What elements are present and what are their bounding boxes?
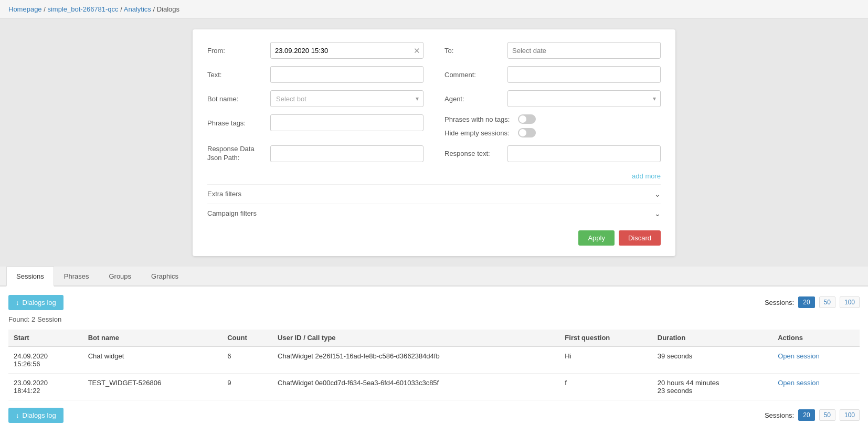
- col-user-id: User ID / Call type: [272, 330, 559, 346]
- cell-count: 9: [222, 373, 272, 400]
- filter-panel: From: ✕ To: Text: Comment: Bot name: Se: [193, 29, 675, 256]
- agent-label: Agent:: [444, 95, 507, 103]
- count-20-button[interactable]: 20: [798, 296, 814, 308]
- breadcrumb-analytics[interactable]: Analytics: [124, 5, 151, 13]
- tab-groups[interactable]: Groups: [99, 267, 141, 287]
- open-session-link[interactable]: Open session: [778, 379, 820, 387]
- cell-actions: Open session: [772, 346, 860, 374]
- to-label: To:: [444, 47, 507, 55]
- hide-empty-toggle[interactable]: [518, 128, 536, 137]
- cell-bot-name: Chat widget: [83, 346, 223, 374]
- sessions-count-control-bottom: Sessions: 20 50 100: [765, 409, 860, 421]
- response-text-label: Response text:: [444, 150, 507, 157]
- response-text-input[interactable]: [507, 145, 661, 162]
- table-row: 23.09.202018:41:22 TEST_WIDGET-526806 9 …: [8, 373, 860, 400]
- content-area: ↓ Dialogs log Sessions: 20 50 100 Found:…: [0, 287, 868, 424]
- campaign-filters-row[interactable]: Campaign filters ⌄: [207, 204, 661, 223]
- tab-graphics[interactable]: Graphics: [141, 267, 188, 287]
- phrase-tags-input[interactable]: [270, 114, 424, 131]
- sessions-label: Sessions:: [765, 299, 794, 306]
- bot-name-label: Bot name:: [207, 95, 270, 103]
- tabs-bar: Sessions Phrases Groups Graphics: [0, 267, 868, 287]
- count-20-button-bottom[interactable]: 20: [798, 409, 814, 421]
- phrases-no-tags-toggle[interactable]: [518, 114, 536, 124]
- open-session-link[interactable]: Open session: [778, 352, 820, 360]
- table-header-row: Start Bot name Count User ID / Call type…: [8, 330, 860, 346]
- agent-select[interactable]: ▾: [507, 90, 661, 107]
- breadcrumb-bot[interactable]: simple_bot-266781-qcc: [47, 5, 118, 13]
- discard-button[interactable]: Discard: [619, 230, 661, 246]
- bottom-toolbar: ↓ Dialogs log Sessions: 20 50 100: [8, 408, 860, 423]
- extra-filters-label: Extra filters: [207, 190, 241, 198]
- col-first-question: First question: [559, 330, 652, 346]
- from-date-clear[interactable]: ✕: [414, 47, 420, 55]
- table-row: 24.09.202015:26:56 Chat widget 6 ChatWid…: [8, 346, 860, 374]
- sessions-count-control: Sessions: 20 50 100: [765, 296, 860, 308]
- bot-name-select[interactable]: Select bot ▾: [270, 90, 424, 107]
- extra-filters-row[interactable]: Extra filters ⌄: [207, 184, 661, 204]
- download-icon-bottom: ↓: [16, 411, 19, 419]
- found-text: Found: 2 Session: [8, 315, 860, 323]
- sessions-label-bottom: Sessions:: [765, 411, 794, 419]
- col-duration: Duration: [652, 330, 772, 346]
- cell-start: 24.09.202015:26:56: [8, 346, 83, 374]
- action-row: Apply Discard: [207, 223, 661, 246]
- cell-user-id: ChatWidget 0e00cd7d-f634-5ea3-6fd4-60103…: [272, 373, 559, 400]
- to-date-input[interactable]: [507, 42, 661, 59]
- phrases-no-tags-label: Phrases with no tags:: [444, 115, 510, 123]
- cell-first-question: Hi: [559, 346, 652, 374]
- from-label: From:: [207, 47, 270, 55]
- col-bot-name: Bot name: [83, 330, 223, 346]
- from-date-wrapper: ✕: [270, 42, 424, 59]
- response-data-input[interactable]: [270, 145, 424, 162]
- cell-duration: 20 hours 44 minutes23 seconds: [652, 373, 772, 400]
- bot-name-chevron-icon: ▾: [416, 95, 419, 102]
- cell-duration: 39 seconds: [652, 346, 772, 374]
- text-input[interactable]: [270, 66, 424, 83]
- breadcrumb-homepage[interactable]: Homepage: [8, 5, 42, 13]
- hide-empty-label: Hide empty sessions:: [444, 129, 510, 137]
- count-50-button[interactable]: 50: [819, 296, 835, 308]
- col-actions: Actions: [772, 330, 860, 346]
- breadcrumb: Homepage / simple_bot-266781-qcc / Analy…: [0, 0, 868, 19]
- phrase-tags-label: Phrase tags:: [207, 119, 270, 127]
- extra-filters-chevron-icon: ⌄: [654, 190, 661, 198]
- cell-actions: Open session: [772, 373, 860, 400]
- apply-button[interactable]: Apply: [578, 230, 615, 246]
- col-start: Start: [8, 330, 83, 346]
- comment-label: Comment:: [444, 71, 507, 79]
- sessions-table: Start Bot name Count User ID / Call type…: [8, 330, 860, 400]
- count-100-button[interactable]: 100: [840, 296, 860, 308]
- top-toolbar: ↓ Dialogs log Sessions: 20 50 100: [8, 295, 860, 310]
- download-icon: ↓: [16, 299, 19, 306]
- cell-bot-name: TEST_WIDGET-526806: [83, 373, 223, 400]
- comment-input[interactable]: [507, 66, 661, 83]
- count-50-button-bottom[interactable]: 50: [819, 409, 835, 421]
- add-more-link[interactable]: add more: [632, 172, 661, 180]
- agent-chevron-icon: ▾: [653, 95, 656, 102]
- text-label: Text:: [207, 71, 270, 79]
- tab-phrases[interactable]: Phrases: [54, 267, 99, 287]
- tab-sessions[interactable]: Sessions: [6, 267, 54, 287]
- response-data-label: Response Data Json Path:: [207, 145, 270, 163]
- count-100-button-bottom[interactable]: 100: [840, 409, 860, 421]
- campaign-filters-chevron-icon: ⌄: [654, 209, 661, 218]
- cell-first-question: f: [559, 373, 652, 400]
- breadcrumb-current: Dialogs: [157, 5, 179, 13]
- from-date-input[interactable]: [270, 42, 424, 59]
- cell-user-id: ChatWidget 2e26f151-16ad-fe8b-c586-d3662…: [272, 346, 559, 374]
- col-count: Count: [222, 330, 272, 346]
- campaign-filters-label: Campaign filters: [207, 209, 257, 217]
- dialogs-log-button[interactable]: ↓ Dialogs log: [8, 295, 63, 310]
- cell-start: 23.09.202018:41:22: [8, 373, 83, 400]
- dialogs-log-button-bottom[interactable]: ↓ Dialogs log: [8, 408, 63, 423]
- cell-count: 6: [222, 346, 272, 374]
